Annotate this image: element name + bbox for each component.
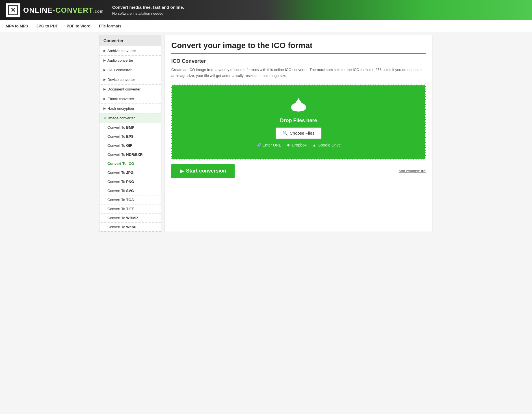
arrow-icon: ▶ [103, 68, 106, 72]
format-label: WebP [126, 225, 136, 229]
main-layout: Converter ▶ Archive converter ▶ Audio co… [96, 32, 436, 235]
add-example-link[interactable]: Add example file [399, 169, 426, 173]
google-drive-option[interactable]: ▲ Google Drive [312, 143, 341, 147]
sidebar-item-label: Device converter [107, 77, 135, 82]
dropbox-icon: ❖ [287, 143, 290, 147]
sidebar-item-archive[interactable]: ▶ Archive converter [100, 46, 161, 56]
format-label: SVG [126, 189, 134, 193]
sidebar-subitem-bmp[interactable]: Convert To BMP [100, 123, 161, 132]
sidebar-item-label: Ebook converter [107, 97, 134, 101]
sidebar-subitem-ico[interactable]: Convert To ICO [100, 159, 161, 168]
arrow-icon: ▶ [103, 49, 106, 53]
sidebar-item-ebook[interactable]: ▶ Ebook converter [100, 94, 161, 104]
dropbox-option[interactable]: ❖ Dropbox [287, 143, 307, 147]
sidebar-subitem-wbmp[interactable]: Convert To WBMP [100, 214, 161, 223]
sidebar-item-device[interactable]: ▶ Device converter [100, 75, 161, 85]
nav-pdf-to-word[interactable]: PDF to Word [67, 20, 91, 32]
nav-file-formats[interactable]: File formats [99, 20, 121, 32]
drop-text: Drop Files here [178, 118, 419, 124]
sidebar-item-label: Image converter [108, 116, 135, 120]
format-label: TIFF [126, 207, 134, 211]
sidebar-item-image[interactable]: ▼ Image converter [100, 113, 161, 123]
enter-url-option[interactable]: 🔗 Enter URL [256, 143, 281, 147]
format-label: PNG [126, 180, 134, 184]
sidebar-item-label: Audio converter [107, 58, 133, 62]
format-label: ICO [127, 161, 134, 166]
arrow-icon: ▶ [103, 97, 106, 101]
arrow-icon: ▶ [103, 78, 106, 81]
format-label: BMP [126, 125, 134, 130]
upload-cloud-icon [289, 97, 308, 114]
sidebar-subitem-jpg[interactable]: Convert To JPG [100, 168, 161, 177]
format-label: EPS [126, 134, 133, 139]
main-content: Convert your image to the ICO format ICO… [164, 35, 433, 232]
start-btn-label: Start conversion [186, 168, 226, 174]
navbar: MP4 to MP3 JPG to PDF PDF to Word File f… [0, 20, 532, 32]
sidebar-item-audio[interactable]: ▶ Audio converter [100, 56, 161, 65]
sidebar-subitem-hdr[interactable]: Convert To HDR/EXR [100, 150, 161, 159]
sidebar-item-label: CAD converter [107, 68, 131, 72]
sidebar: Converter ▶ Archive converter ▶ Audio co… [99, 35, 161, 232]
converter-section: ICO Converter Create an ICO image from a… [171, 58, 426, 79]
sidebar-subitem-eps[interactable]: Convert To EPS [100, 132, 161, 141]
format-label: JPG [126, 171, 133, 175]
chevron-right-icon: ▶ [180, 168, 184, 174]
dropzone[interactable]: Drop Files here 🔍 Choose Files 🔗 Enter U… [171, 85, 426, 159]
svg-text:✕: ✕ [10, 7, 16, 14]
sidebar-title: Converter [100, 35, 161, 46]
format-label: HDR/EXR [126, 152, 143, 157]
sidebar-item-label: Hash encryption [107, 106, 134, 111]
sidebar-item-label: Archive converter [107, 49, 136, 53]
sidebar-subitem-png[interactable]: Convert To PNG [100, 177, 161, 186]
link-icon: 🔗 [256, 143, 261, 147]
converter-name: ICO Converter [171, 58, 426, 64]
svg-point-3 [291, 105, 299, 111]
bottom-bar: ▶ Start conversion Add example file [171, 164, 426, 178]
format-label: WBMP [126, 216, 138, 220]
converter-info: ICO Converter Create an ICO image from a… [171, 58, 426, 79]
choose-files-label: Choose Files [290, 131, 315, 135]
search-icon: 🔍 [283, 131, 288, 136]
enter-url-label: Enter URL [263, 143, 281, 147]
sidebar-subitem-tga[interactable]: Convert To TGA [100, 195, 161, 204]
arrow-icon: ▶ [103, 107, 106, 110]
format-label: TGA [126, 198, 134, 202]
sidebar-subitem-svg[interactable]: Convert To SVG [100, 186, 161, 195]
site-header: ✕ ONLINE-CONVERT.com Convert media free,… [0, 0, 532, 20]
nav-jpg-to-pdf[interactable]: JPG to PDF [36, 20, 58, 32]
header-tagline: Convert media free, fast and online. No … [112, 4, 184, 16]
page-title: Convert your image to the ICO format [171, 41, 426, 54]
brand-name: ONLINE-CONVERT.com [23, 6, 104, 15]
logo-box: ✕ [6, 3, 20, 18]
url-options: 🔗 Enter URL ❖ Dropbox ▲ Google Drive [178, 143, 419, 147]
arrow-icon: ▶ [103, 87, 106, 91]
sidebar-subitem-tiff[interactable]: Convert To TIFF [100, 204, 161, 214]
format-label: GIF [126, 143, 132, 148]
choose-files-button[interactable]: 🔍 Choose Files [276, 128, 322, 139]
sidebar-item-document[interactable]: ▶ Document converter [100, 85, 161, 94]
nav-mp4-to-mp3[interactable]: MP4 to MP3 [6, 20, 28, 32]
drive-icon: ▲ [312, 143, 316, 147]
dropbox-label: Dropbox [292, 143, 307, 147]
arrow-icon: ▼ [103, 117, 107, 120]
google-drive-label: Google Drive [318, 143, 341, 147]
sidebar-item-label: Document converter [107, 87, 140, 91]
sidebar-subitem-gif[interactable]: Convert To GIF [100, 141, 161, 150]
converter-desc: Create an ICO image from a variety of so… [171, 67, 426, 79]
sidebar-subitem-webp[interactable]: Convert To WebP [100, 223, 161, 232]
sidebar-item-hash[interactable]: ▶ Hash encryption [100, 104, 161, 113]
start-conversion-button[interactable]: ▶ Start conversion [171, 164, 235, 178]
logo-icon: ✕ [8, 5, 18, 15]
sidebar-item-cad[interactable]: ▶ CAD converter [100, 65, 161, 75]
arrow-icon: ▶ [103, 59, 106, 62]
